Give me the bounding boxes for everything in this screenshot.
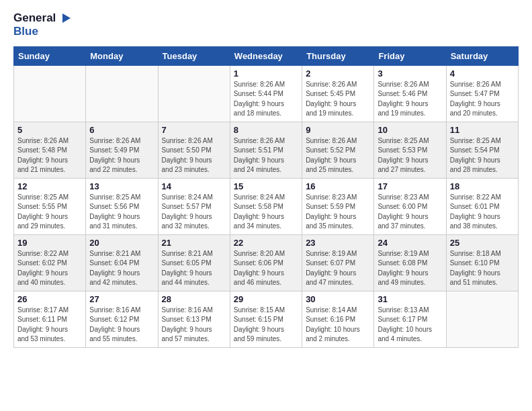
- calendar-cell: 10Sunrise: 8:25 AMSunset: 5:53 PMDayligh…: [374, 122, 446, 178]
- header-thursday: Thursday: [302, 46, 374, 65]
- day-number: 11: [450, 125, 515, 135]
- logo-general: General: [13, 12, 56, 25]
- day-info: Sunrise: 8:26 AMSunset: 5:52 PMDaylight:…: [306, 136, 370, 175]
- day-number: 28: [162, 294, 226, 304]
- calendar-cell: 9Sunrise: 8:26 AMSunset: 5:52 PMDaylight…: [302, 122, 374, 178]
- day-info: Sunrise: 8:26 AMSunset: 5:51 PMDaylight:…: [234, 136, 298, 175]
- header-sunday: Sunday: [14, 46, 86, 65]
- calendar-cell: 20Sunrise: 8:21 AMSunset: 6:04 PMDayligh…: [86, 234, 158, 291]
- day-number: 10: [378, 125, 442, 135]
- header: General Blue: [13, 11, 519, 38]
- calendar-cell: 16Sunrise: 8:23 AMSunset: 5:59 PMDayligh…: [302, 178, 374, 234]
- logo-blue: Blue: [13, 26, 72, 38]
- calendar-cell: 14Sunrise: 8:24 AMSunset: 5:57 PMDayligh…: [158, 178, 230, 234]
- calendar-cell: 24Sunrise: 8:19 AMSunset: 6:08 PMDayligh…: [374, 234, 446, 291]
- day-number: 7: [162, 125, 226, 135]
- calendar-cell: 22Sunrise: 8:20 AMSunset: 6:06 PMDayligh…: [230, 234, 302, 291]
- calendar-table: SundayMondayTuesdayWednesdayThursdayFrid…: [13, 46, 519, 348]
- header-tuesday: Tuesday: [158, 46, 230, 65]
- calendar-cell: 23Sunrise: 8:19 AMSunset: 6:07 PMDayligh…: [302, 234, 374, 291]
- calendar-cell: 18Sunrise: 8:22 AMSunset: 6:01 PMDayligh…: [446, 178, 518, 234]
- calendar-cell: 7Sunrise: 8:26 AMSunset: 5:50 PMDaylight…: [158, 122, 230, 178]
- day-number: 8: [234, 125, 298, 135]
- day-number: 13: [89, 181, 154, 191]
- calendar-cell: 21Sunrise: 8:21 AMSunset: 6:05 PMDayligh…: [158, 234, 230, 291]
- day-number: 15: [234, 181, 298, 191]
- day-number: 4: [450, 68, 515, 79]
- day-info: Sunrise: 8:25 AMSunset: 5:56 PMDaylight:…: [89, 193, 154, 232]
- week-row-5: 26Sunrise: 8:17 AMSunset: 6:11 PMDayligh…: [14, 291, 519, 347]
- calendar-cell: 29Sunrise: 8:15 AMSunset: 6:15 PMDayligh…: [230, 291, 302, 347]
- header-friday: Friday: [374, 46, 446, 65]
- calendar-cell: 12Sunrise: 8:25 AMSunset: 5:55 PMDayligh…: [14, 178, 86, 234]
- calendar-cell: 8Sunrise: 8:26 AMSunset: 5:51 PMDaylight…: [230, 122, 302, 178]
- header-monday: Monday: [86, 46, 158, 65]
- day-number: 3: [378, 68, 442, 79]
- day-info: Sunrise: 8:19 AMSunset: 6:07 PMDaylight:…: [306, 249, 370, 288]
- day-number: 19: [17, 238, 82, 248]
- day-number: 16: [306, 181, 370, 191]
- day-info: Sunrise: 8:16 AMSunset: 6:12 PMDaylight:…: [89, 306, 154, 345]
- day-info: Sunrise: 8:21 AMSunset: 6:04 PMDaylight:…: [89, 249, 154, 288]
- calendar-cell: 15Sunrise: 8:24 AMSunset: 5:58 PMDayligh…: [230, 178, 302, 234]
- calendar-cell: 6Sunrise: 8:26 AMSunset: 5:49 PMDaylight…: [86, 122, 158, 178]
- day-info: Sunrise: 8:14 AMSunset: 6:16 PMDaylight:…: [306, 306, 370, 345]
- calendar-cell: 3Sunrise: 8:26 AMSunset: 5:46 PMDaylight…: [374, 65, 446, 122]
- day-info: Sunrise: 8:15 AMSunset: 6:15 PMDaylight:…: [234, 306, 298, 345]
- calendar-cell: [14, 65, 86, 122]
- day-info: Sunrise: 8:24 AMSunset: 5:57 PMDaylight:…: [162, 193, 226, 232]
- day-number: 12: [17, 181, 82, 191]
- page: General Blue SundayMondayTuesdayWednesda…: [0, 0, 532, 361]
- day-number: 18: [450, 181, 515, 191]
- logo: General Blue: [13, 11, 72, 38]
- day-info: Sunrise: 8:26 AMSunset: 5:46 PMDaylight:…: [378, 80, 442, 119]
- calendar-cell: [86, 65, 158, 122]
- day-info: Sunrise: 8:25 AMSunset: 5:55 PMDaylight:…: [17, 193, 82, 232]
- header-wednesday: Wednesday: [230, 46, 302, 65]
- day-number: 9: [306, 125, 370, 135]
- day-info: Sunrise: 8:17 AMSunset: 6:11 PMDaylight:…: [17, 306, 82, 345]
- day-number: 24: [378, 238, 442, 248]
- day-info: Sunrise: 8:26 AMSunset: 5:45 PMDaylight:…: [306, 80, 370, 119]
- day-info: Sunrise: 8:20 AMSunset: 6:06 PMDaylight:…: [234, 249, 298, 288]
- day-info: Sunrise: 8:18 AMSunset: 6:10 PMDaylight:…: [450, 249, 515, 288]
- day-info: Sunrise: 8:25 AMSunset: 5:54 PMDaylight:…: [450, 136, 515, 175]
- day-info: Sunrise: 8:22 AMSunset: 6:02 PMDaylight:…: [17, 249, 82, 288]
- week-row-3: 12Sunrise: 8:25 AMSunset: 5:55 PMDayligh…: [14, 178, 519, 234]
- calendar-cell: [446, 291, 518, 347]
- day-info: Sunrise: 8:19 AMSunset: 6:08 PMDaylight:…: [378, 249, 442, 288]
- week-row-2: 5Sunrise: 8:26 AMSunset: 5:48 PMDaylight…: [14, 122, 519, 178]
- calendar-cell: 28Sunrise: 8:16 AMSunset: 6:13 PMDayligh…: [158, 291, 230, 347]
- calendar-cell: 19Sunrise: 8:22 AMSunset: 6:02 PMDayligh…: [14, 234, 86, 291]
- day-info: Sunrise: 8:16 AMSunset: 6:13 PMDaylight:…: [162, 306, 226, 345]
- day-number: 26: [17, 294, 82, 304]
- day-info: Sunrise: 8:23 AMSunset: 5:59 PMDaylight:…: [306, 193, 370, 232]
- calendar-header-row: SundayMondayTuesdayWednesdayThursdayFrid…: [14, 46, 519, 65]
- week-row-4: 19Sunrise: 8:22 AMSunset: 6:02 PMDayligh…: [14, 234, 519, 291]
- calendar-cell: 2Sunrise: 8:26 AMSunset: 5:45 PMDaylight…: [302, 65, 374, 122]
- day-number: 29: [234, 294, 298, 304]
- day-info: Sunrise: 8:26 AMSunset: 5:48 PMDaylight:…: [17, 136, 82, 175]
- day-info: Sunrise: 8:26 AMSunset: 5:49 PMDaylight:…: [89, 136, 154, 175]
- calendar-cell: 30Sunrise: 8:14 AMSunset: 6:16 PMDayligh…: [302, 291, 374, 347]
- day-number: 22: [234, 238, 298, 248]
- week-row-1: 1Sunrise: 8:26 AMSunset: 5:44 PMDaylight…: [14, 65, 519, 122]
- calendar-cell: 27Sunrise: 8:16 AMSunset: 6:12 PMDayligh…: [86, 291, 158, 347]
- day-number: 20: [89, 238, 154, 248]
- day-info: Sunrise: 8:13 AMSunset: 6:17 PMDaylight:…: [378, 306, 442, 345]
- day-number: 31: [378, 294, 442, 304]
- day-number: 6: [89, 125, 154, 135]
- calendar-cell: 31Sunrise: 8:13 AMSunset: 6:17 PMDayligh…: [374, 291, 446, 347]
- calendar-cell: 11Sunrise: 8:25 AMSunset: 5:54 PMDayligh…: [446, 122, 518, 178]
- day-number: 25: [450, 238, 515, 248]
- calendar-cell: 4Sunrise: 8:26 AMSunset: 5:47 PMDaylight…: [446, 65, 518, 122]
- day-number: 21: [162, 238, 226, 248]
- logo-triangle-icon: [57, 11, 72, 26]
- header-saturday: Saturday: [446, 46, 518, 65]
- calendar-cell: [158, 65, 230, 122]
- day-info: Sunrise: 8:26 AMSunset: 5:50 PMDaylight:…: [162, 136, 226, 175]
- calendar-cell: 5Sunrise: 8:26 AMSunset: 5:48 PMDaylight…: [14, 122, 86, 178]
- day-info: Sunrise: 8:26 AMSunset: 5:47 PMDaylight:…: [450, 80, 515, 119]
- day-number: 23: [306, 238, 370, 248]
- day-number: 30: [306, 294, 370, 304]
